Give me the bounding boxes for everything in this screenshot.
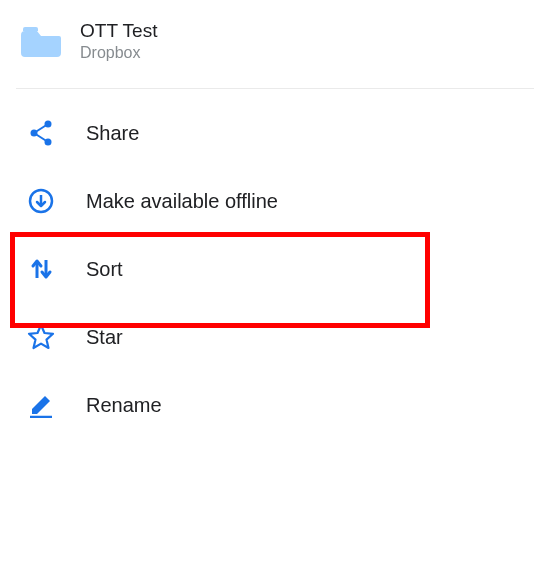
menu-label: Star xyxy=(86,326,123,349)
pencil-icon xyxy=(26,391,56,419)
svg-line-4 xyxy=(34,133,48,142)
menu-label: Rename xyxy=(86,394,162,417)
sort-icon xyxy=(26,255,56,283)
menu-label: Sort xyxy=(86,258,123,281)
divider xyxy=(16,88,534,89)
folder-title: OTT Test xyxy=(80,20,157,42)
menu-rename[interactable]: Rename xyxy=(0,371,550,439)
star-icon xyxy=(26,323,56,351)
folder-location: Dropbox xyxy=(80,44,157,62)
menu-star[interactable]: Star xyxy=(0,303,550,371)
menu-share[interactable]: Share xyxy=(0,99,550,167)
share-icon xyxy=(26,119,56,147)
menu-label: Make available offline xyxy=(86,190,278,213)
menu-make-available-offline[interactable]: Make available offline xyxy=(0,167,550,235)
svg-line-3 xyxy=(34,124,48,133)
download-circle-icon xyxy=(26,187,56,215)
menu-sort[interactable]: Sort xyxy=(0,235,550,303)
folder-icon xyxy=(20,24,62,58)
menu-label: Share xyxy=(86,122,139,145)
context-header: OTT Test Dropbox xyxy=(0,0,550,88)
